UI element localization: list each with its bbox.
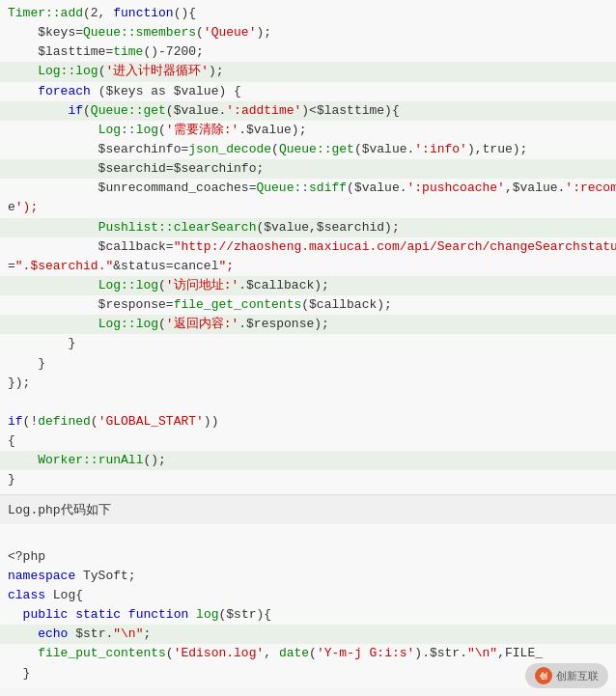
code-line: } xyxy=(0,470,616,489)
code-line: $lasttime=time()-7200; xyxy=(0,42,616,62)
code-line: $keys=Queue::smembers('Queue'); xyxy=(0,23,616,42)
code-line: $searchinfo=json_decode(Queue::get($valu… xyxy=(0,140,616,159)
code-line: } xyxy=(0,664,616,683)
code-line: $callback="http://zhaosheng.maxiucai.com… xyxy=(0,237,616,257)
code-line: { xyxy=(0,432,616,451)
code-line: e'); xyxy=(0,198,616,217)
code-line: $unrecommand_coaches=Queue::sdiff($value… xyxy=(0,179,616,198)
code-line xyxy=(0,528,616,547)
code-line: $response=file_get_contents($callback); xyxy=(0,295,616,315)
section-label: Log.php代码如下 xyxy=(0,494,616,524)
code-line: Log::log('需要清除:'.$value); xyxy=(0,121,616,140)
watermark-logo: 创 xyxy=(535,667,552,684)
code-line: echo $str."\n"; xyxy=(0,625,616,644)
code-line: file_put_contents('Edison.log', date('Y-… xyxy=(0,644,616,663)
code-line: if(Queue::get($value.':addtime')<$lastti… xyxy=(0,101,616,121)
code-line: =".$searchid."&status=cancel"; xyxy=(0,257,616,276)
code-line: } xyxy=(0,354,616,374)
code-line: namespace TySoft; xyxy=(0,567,616,586)
code-line: }); xyxy=(0,374,616,393)
code-section-1: Timer::add(2, function(){ $keys=Queue::s… xyxy=(0,0,616,494)
code-line: Timer::add(2, function(){ xyxy=(0,4,616,23)
code-line: foreach ($keys as $value) { xyxy=(0,82,616,101)
code-line: Log::log('返回内容:'.$response); xyxy=(0,315,616,334)
code-line: $searchid=$searchinfo; xyxy=(0,159,616,179)
code-line: Log::log('进入计时器循环'); xyxy=(0,62,616,81)
code-section-2: <?phpnamespace TySoft;class Log{ public … xyxy=(0,524,616,687)
code-line: if(!defined('GLOBAL_START')) xyxy=(0,412,616,432)
code-line: class Log{ xyxy=(0,586,616,605)
watermark: 创 创新互联 xyxy=(525,663,608,688)
watermark-text: 创新互联 xyxy=(556,669,599,683)
code-line: Worker::runAll(); xyxy=(0,451,616,470)
code-line: <?php xyxy=(0,547,616,567)
code-line: } xyxy=(0,334,616,353)
code-editor: Timer::add(2, function(){ $keys=Queue::s… xyxy=(0,0,616,687)
code-line xyxy=(0,393,616,412)
code-line: public static function log($str){ xyxy=(0,605,616,625)
code-line: Log::log('访问地址:'.$callback); xyxy=(0,276,616,295)
code-line: Pushlist::clearSearch($value,$searchid); xyxy=(0,218,616,237)
